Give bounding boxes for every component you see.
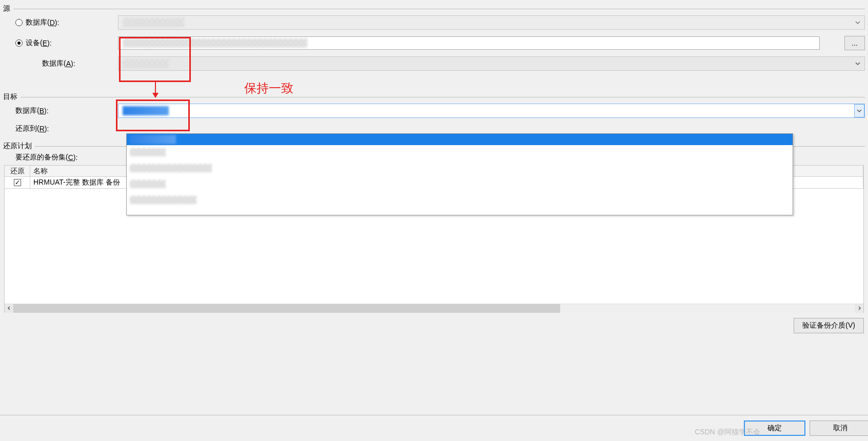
device-path-textbox[interactable] bbox=[118, 36, 820, 50]
redacted-text bbox=[123, 18, 184, 27]
target-db-label: 数据库(B): bbox=[3, 106, 118, 115]
scroll-right-button[interactable] bbox=[855, 304, 863, 313]
radio-source-device[interactable] bbox=[15, 39, 23, 47]
group-source-title: 源 bbox=[3, 4, 13, 13]
radio-source-database-label[interactable]: 数据库(D): bbox=[3, 18, 118, 27]
divider bbox=[13, 9, 865, 9]
redacted-text bbox=[130, 148, 166, 156]
restore-checkbox[interactable] bbox=[14, 179, 21, 186]
divider bbox=[21, 97, 865, 97]
annotation-arrow-icon bbox=[155, 82, 156, 97]
dropdown-item[interactable] bbox=[127, 177, 793, 193]
group-source: 源 数据库(D): 设备(E): ... bbox=[3, 1, 865, 74]
redacted-text bbox=[130, 164, 212, 172]
browse-device-button[interactable]: ... bbox=[844, 36, 865, 50]
group-plan-title: 还原计划 bbox=[3, 142, 35, 151]
scroll-track[interactable] bbox=[13, 304, 855, 313]
dropdown-item[interactable] bbox=[127, 145, 793, 161]
cell-restore-checkbox[interactable] bbox=[5, 177, 30, 189]
restore-to-label: 还原到(R): bbox=[3, 124, 118, 133]
chevron-down-icon bbox=[853, 18, 862, 27]
horizontal-scrollbar[interactable] bbox=[5, 304, 863, 312]
target-db-dropdown-list[interactable] bbox=[126, 133, 793, 215]
dropdown-item[interactable] bbox=[127, 161, 793, 177]
col-restore[interactable]: 还原 bbox=[5, 166, 30, 177]
target-db-combo[interactable] bbox=[118, 104, 865, 118]
redacted-text bbox=[130, 180, 166, 188]
backup-sets-label: 要还原的备份集(C): bbox=[3, 153, 77, 162]
source-database-combo bbox=[118, 15, 865, 30]
scroll-left-button[interactable] bbox=[5, 304, 13, 313]
verify-backup-media-button[interactable]: 验证备份介质(V) bbox=[794, 318, 864, 333]
group-target-title: 目标 bbox=[3, 92, 21, 102]
redacted-text bbox=[130, 196, 196, 204]
group-target: 目标 数据库(B): 还原到(R): bbox=[3, 89, 865, 136]
redacted-text bbox=[130, 135, 176, 144]
scroll-thumb[interactable] bbox=[13, 304, 560, 313]
source-db-a-combo[interactable] bbox=[118, 56, 865, 71]
dropdown-item-selected[interactable] bbox=[127, 134, 793, 145]
chevron-down-icon[interactable] bbox=[853, 59, 862, 68]
redacted-text bbox=[123, 59, 169, 68]
source-db-a-label: 数据库(A): bbox=[3, 59, 118, 68]
dropdown-item[interactable] bbox=[127, 193, 793, 209]
radio-source-database[interactable] bbox=[15, 19, 23, 26]
radio-source-device-label[interactable]: 设备(E): bbox=[3, 38, 118, 48]
cancel-button[interactable]: 取消 bbox=[810, 420, 868, 436]
watermark-text: CSDN @阿猫学不会 bbox=[695, 428, 760, 437]
redacted-text bbox=[123, 38, 307, 48]
chevron-down-icon[interactable] bbox=[854, 104, 864, 117]
annotation-text: 保持一致 bbox=[244, 80, 293, 96]
redacted-text bbox=[123, 106, 169, 115]
